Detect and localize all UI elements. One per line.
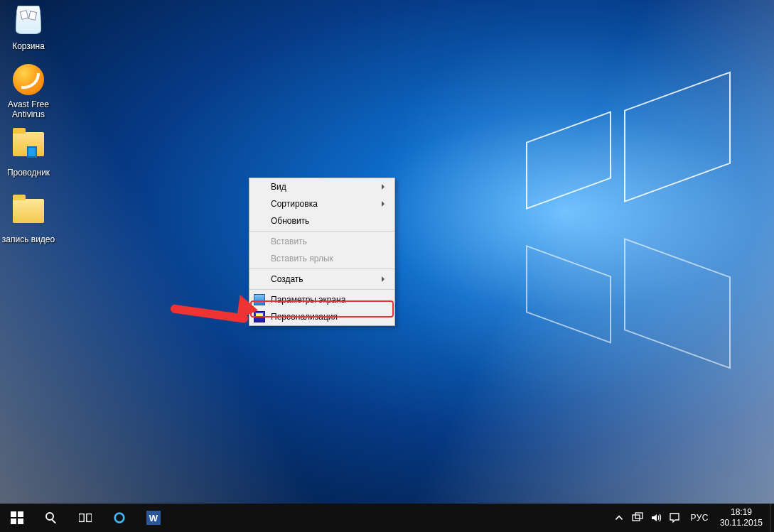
desktop-icon-recycle-bin[interactable]: Корзина [0, 6, 57, 51]
menu-item-personalize[interactable]: Персонализация [249, 308, 394, 325]
svg-rect-1 [18, 511, 23, 517]
svg-rect-6 [79, 514, 84, 522]
icon-label: Корзина [0, 41, 57, 51]
desktop-icon-explorer[interactable]: Проводник [0, 132, 57, 178]
svg-rect-10 [635, 513, 643, 519]
menu-item-label: Персонализация [271, 312, 338, 322]
search-icon [45, 511, 58, 524]
word-icon: W [146, 511, 161, 525]
menu-separator [249, 289, 394, 290]
menu-item-paste-shortcut: Вставить ярлык [249, 250, 394, 267]
menu-item-label: Параметры экрана [271, 295, 345, 305]
clock-date: 30.11.2015 [720, 518, 763, 528]
menu-item-view[interactable]: Вид [249, 178, 394, 195]
edge-icon [113, 511, 126, 524]
action-center-icon[interactable] [669, 512, 680, 523]
svg-rect-7 [87, 514, 92, 522]
windows-logo-icon [11, 511, 23, 524]
desktop[interactable]: Корзина Avast Free Antivirus Проводник з… [0, 0, 774, 504]
volume-icon[interactable] [650, 512, 662, 523]
svg-rect-5 [52, 519, 56, 523]
svg-point-8 [115, 514, 124, 523]
show-desktop-button[interactable] [770, 504, 774, 532]
svg-rect-2 [11, 519, 16, 524]
menu-item-paste: Вставить [249, 233, 394, 250]
taskbar-left: W [0, 504, 171, 532]
avast-icon [11, 64, 45, 98]
menu-separator [249, 268, 394, 269]
menu-item-new[interactable]: Создать [249, 271, 394, 288]
taskbar-app-edge[interactable] [102, 504, 136, 532]
annotation-arrow-head [237, 295, 273, 325]
language-indicator[interactable]: РУС [686, 513, 713, 523]
desktop-icon-videos[interactable]: запись видео [0, 199, 57, 244]
desktop-icons: Корзина Avast Free Antivirus Проводник з… [0, 0, 57, 244]
desktop-icon-avast[interactable]: Avast Free Antivirus [0, 64, 57, 119]
icon-label: Avast Free Antivirus [0, 99, 57, 119]
svg-rect-0 [11, 511, 16, 517]
icon-label: запись видео [0, 234, 57, 244]
folder-icon [11, 132, 45, 166]
network-icon[interactable] [632, 512, 643, 523]
recycle-bin-icon [11, 6, 45, 40]
tray-overflow-icon[interactable] [613, 512, 625, 523]
taskbar-app-word[interactable]: W [136, 504, 171, 532]
task-view-icon [79, 511, 92, 524]
wallpaper-pane [526, 245, 611, 344]
task-view-button[interactable] [68, 504, 102, 532]
menu-item-refresh[interactable]: Обновить [249, 212, 394, 229]
menu-separator [249, 231, 394, 232]
taskbar-right: РУС 18:19 30.11.2015 [608, 504, 774, 532]
start-button[interactable] [0, 504, 34, 532]
wallpaper-pane [526, 111, 611, 210]
svg-rect-3 [18, 519, 23, 524]
svg-point-4 [46, 513, 53, 520]
system-tray [608, 512, 686, 523]
icon-label: Проводник [0, 168, 57, 178]
clock-time: 18:19 [720, 507, 763, 518]
search-button[interactable] [34, 504, 68, 532]
wallpaper-pane [624, 71, 731, 202]
menu-item-sort[interactable]: Сортировка [249, 195, 394, 212]
taskbar-clock[interactable]: 18:19 30.11.2015 [713, 507, 770, 528]
folder-icon [11, 199, 45, 233]
wallpaper-pane [624, 238, 731, 369]
taskbar: W РУС 18:19 30.11.2015 [0, 504, 774, 532]
svg-rect-9 [633, 515, 640, 521]
